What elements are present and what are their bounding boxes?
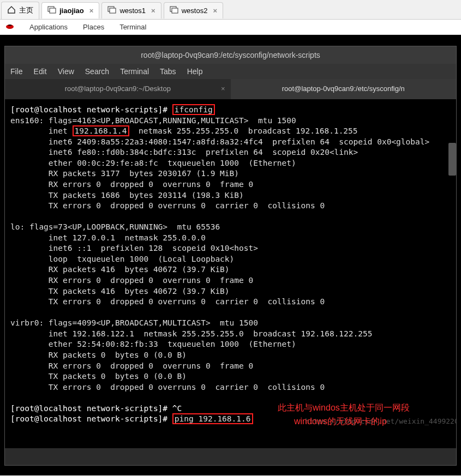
output-line: TX packets 416 bytes 40672 (39.7 KiB) [10,287,230,296]
output-line: inet6 ::1 prefixlen 128 scopeid 0x10<hos… [10,244,258,252]
output-line: inet6 2409:8a55:22a3:4080:1547:a8fd:8a32… [10,137,429,146]
menu-edit[interactable]: Edit [34,67,47,76]
highlighted-ip: 192.168.1.4 [73,125,129,136]
output-line: TX errors 0 dropped 0 overruns 0 carrier… [10,201,325,210]
close-icon[interactable]: × [221,85,225,93]
output-line: RX packets 0 bytes 0 (0.0 B) [10,351,187,359]
menu-file[interactable]: File [10,67,23,76]
vm-tab-westos1[interactable]: westos1 × [101,2,161,19]
menu-places[interactable]: Places [83,23,104,31]
output-line: TX errors 0 dropped 0 overruns 0 carrier… [10,297,325,306]
terminal-output[interactable]: [root@localhost network-scripts]# ifconf… [5,99,456,448]
output-line: inet 192.168.122.1 netmask 255.255.255.0… [10,329,372,338]
shell-prompt: [root@localhost network-scripts]# ^C [10,404,182,413]
annotation-text: windows的无线网卡的ip [294,415,387,427]
output-line: loop txqueuelen 1000 (Local Loopback) [10,255,234,263]
scrollbar-thumb[interactable] [448,143,456,176]
tab-label: root@laptop-0vq9can9:~/Desktop [65,85,171,93]
vm-icon [47,6,56,15]
output-line: ether 00:0c:29:fe:a8:fc txqueuelen 1000 … [10,159,296,167]
output-line: RX errors 0 dropped 0 overruns 0 frame 0 [10,361,253,370]
gnome-top-bar: Applications Places Terminal [0,20,461,35]
menu-search[interactable]: Search [85,67,109,76]
output-line: TX packets 0 bytes 0 (0.0 B) [10,372,187,381]
tab-label: root@laptop-0vq9can9:/etc/sysconfig/n [282,85,405,93]
vm-tab-jiaojiao[interactable]: jiaojiao × [41,2,99,19]
output-line: inet6 fe80::fd0b:384c:bdfc:313c prefixle… [10,148,358,156]
svg-rect-1 [50,8,56,13]
home-tab[interactable]: 主页 [1,2,39,19]
tab-label: westos2 [182,7,208,15]
window-titlebar[interactable]: root@laptop-0vq9can9:/etc/sysconfig/netw… [5,46,456,64]
vm-tab-bar: 主页 jiaojiao × westos1 × westos2 × [0,0,461,20]
output-line: inet [10,126,73,135]
menu-terminal[interactable]: Terminal [119,23,146,31]
terminal-tabs: root@laptop-0vq9can9:~/Desktop × root@la… [5,79,456,99]
output-line: RX packets 416 bytes 40672 (39.7 KiB) [10,265,230,274]
output-line: RX packets 3177 bytes 2030167 (1.9 MiB) [10,169,239,178]
terminal-menubar: File Edit View Search Terminal Tabs Help [5,64,456,79]
output-line: netmask 255.255.255.0 broadcast 192.168.… [129,126,358,135]
menu-tabs[interactable]: Tabs [160,67,176,76]
highlighted-command: ping 192.168.1.6 [172,413,253,424]
vm-icon [170,6,178,15]
menu-view[interactable]: View [58,67,74,76]
close-icon[interactable]: × [213,7,217,15]
output-line: TX packets 1686 bytes 203114 (198.3 KiB) [10,191,244,200]
output-line: virbr0: flags=4099<UP,BROADCAST,MULTICAS… [10,318,258,327]
svg-rect-3 [110,8,116,13]
output-line: inet 127.0.0.1 netmask 255.0.0.0 [10,233,206,242]
highlighted-command: ifconfig [172,104,215,115]
tab-label: jiaojiao [59,7,84,15]
terminal-window: root@laptop-0vq9can9:/etc/sysconfig/netw… [4,46,457,466]
output-line: lo: flags=73<UP,LOOPBACK,RUNNING> mtu 65… [10,222,220,231]
vm-icon [107,6,116,15]
home-icon [7,5,16,16]
output-line: TX errors 0 dropped 0 overruns 0 carrier… [10,383,325,391]
desktop-background: root@laptop-0vq9can9:/etc/sysconfig/netw… [0,35,461,475]
terminal-tab-desktop[interactable]: root@laptop-0vq9can9:~/Desktop × [5,79,231,99]
output-line: RX errors 0 dropped 0 overruns 0 frame 0 [10,180,253,189]
tab-label: 主页 [19,5,33,15]
redhat-icon [5,22,14,32]
output-line: RX errors 0 dropped 0 overruns 0 frame 0 [10,276,253,285]
menu-applications[interactable]: Applications [29,23,68,31]
menu-terminal[interactable]: Terminal [120,67,149,76]
terminal-tab-sysconfig[interactable]: root@laptop-0vq9can9:/etc/sysconfig/n [231,79,457,99]
close-icon[interactable]: × [151,7,155,15]
shell-prompt: [root@localhost network-scripts]# [10,105,172,114]
shell-prompt: [root@localhost network-scripts]# [10,414,172,423]
menu-help[interactable]: Help [187,67,203,76]
close-icon[interactable]: × [89,7,94,15]
tab-label: westos1 [119,7,146,15]
output-line: ether 52:54:00:82:fb:33 txqueuelen 1000 … [10,340,296,348]
annotation-text: 此主机与windos主机处于同一网段 [278,402,410,414]
output-line: ens160: flags=4163<UP,BROADCAST,RUNNING,… [10,116,296,125]
vm-tab-westos2[interactable]: westos2 × [164,2,223,19]
svg-rect-5 [172,8,178,13]
